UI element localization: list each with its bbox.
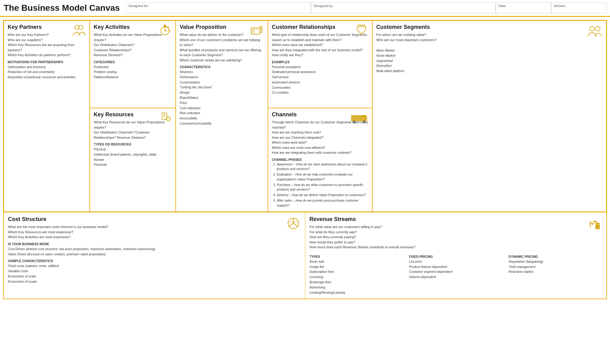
svg-point-10 bbox=[596, 26, 600, 31]
svg-point-19 bbox=[363, 121, 365, 122]
cost-structure-title: Cost Structure bbox=[8, 216, 301, 223]
key-activities-cell: Key Activities What Key Activities do ou… bbox=[90, 21, 176, 108]
key-resources-types-label: TYPES OD RESOURCES bbox=[94, 142, 172, 146]
customer-relationships-examples-label: EXAMPLES bbox=[272, 60, 368, 64]
svg-marker-15 bbox=[362, 115, 367, 117]
designed-by-input[interactable] bbox=[314, 8, 493, 12]
key-partners-motivations-label: MOTIVATIONS FOR PARTNERSHIPS bbox=[8, 60, 86, 64]
header: The Business Model Canvas Designed for: … bbox=[0, 0, 610, 17]
version-label: Version: bbox=[554, 4, 604, 8]
cost-structure-icon bbox=[286, 216, 301, 232]
canvas-bottom: Cost Structure What are the most importa… bbox=[4, 212, 606, 299]
value-proposition-icon bbox=[250, 23, 264, 39]
designed-for-field[interactable]: Designed for: bbox=[126, 2, 311, 14]
value-proposition-characteristics-label: CHARACTERISTICS bbox=[180, 65, 264, 69]
customer-segments-list: Mass Market Niche Market Segmented Diver… bbox=[376, 48, 602, 74]
key-activities-icon bbox=[158, 23, 172, 39]
page-title: The Business Model Canvas bbox=[4, 3, 120, 13]
customer-relationships-examples: Personal assistance Dedicated personal a… bbox=[272, 64, 368, 95]
key-resources-types: Physical Intellectual (brand patents, co… bbox=[94, 147, 172, 167]
revenue-streams-title: Revenue Streams bbox=[310, 216, 602, 223]
channel-phase-5: After sales – How do we provide post-pur… bbox=[277, 198, 368, 208]
key-activities-categories: Production Problem solving Platform/Netw… bbox=[94, 64, 172, 80]
revenue-pricing-columns: TYPES Asset sale Usage fee Subscription … bbox=[310, 252, 602, 295]
customer-segments-icon bbox=[586, 23, 603, 39]
customer-relationships-title: Customer Relationships bbox=[272, 24, 368, 30]
customer-segments-title: Customer Segments bbox=[376, 24, 602, 30]
header-fields: Designed for: Designed by: Date: Version… bbox=[126, 2, 606, 14]
value-proposition-cell: Value Proposition What value do we deliv… bbox=[176, 21, 268, 212]
svg-point-25 bbox=[595, 223, 600, 225]
customer-relationships-cell: Customer Relationships What type of rela… bbox=[268, 21, 372, 108]
revenue-fixed-col: FIXED PRICING List price Product feature… bbox=[409, 252, 502, 295]
revenue-types: Asset sale Usage fee Subscription fees L… bbox=[310, 259, 403, 295]
customer-relationships-questions: What type of relationship does each of o… bbox=[272, 32, 368, 58]
revenue-dynamic-col: DYNAMIC PRICING Negotiation (bargaining)… bbox=[509, 252, 602, 295]
channel-phase-4: Delivery – How do we deliver Value Propo… bbox=[277, 193, 368, 198]
channels-cell: Channels Through which Channels do our C… bbox=[268, 108, 372, 212]
version-input[interactable] bbox=[554, 8, 604, 12]
customer-relationships-icon bbox=[354, 23, 369, 39]
key-partners-cell: Key Partners Who are our Key Partners? W… bbox=[4, 21, 90, 212]
canvas-wrapper: Key Partners Who are our Key Partners? W… bbox=[0, 17, 610, 302]
channels-phases-list: Awareness – How do we raise awareness ab… bbox=[272, 162, 368, 208]
cost-structure-sample-label: SAMPLE CHARACTERISTICS bbox=[8, 259, 301, 263]
channels-icon bbox=[350, 111, 369, 126]
key-resources-cell: Key Resources What Key Resources do our … bbox=[90, 108, 176, 212]
channels-phases-label: CHANNEL PHASES bbox=[272, 158, 368, 161]
designed-for-label: Designed for: bbox=[129, 4, 308, 8]
channel-phase-3: Purchase – How do we allow customers to … bbox=[277, 183, 368, 192]
svg-point-17 bbox=[354, 121, 355, 122]
cost-structure-sample: Fixed costs (salaries, rents, utilities)… bbox=[8, 263, 301, 284]
svg-point-1 bbox=[79, 25, 83, 29]
revenue-fixed-label: FIXED PRICING bbox=[409, 255, 502, 258]
revenue-streams-questions: For what value are our customers willing… bbox=[310, 224, 602, 250]
page: The Business Model Canvas Designed for: … bbox=[0, 0, 610, 364]
customer-segments-cell: Customer Segments For whom are we creati… bbox=[372, 21, 606, 212]
svg-point-4 bbox=[164, 30, 166, 31]
designed-for-input[interactable] bbox=[129, 8, 308, 12]
date-input[interactable] bbox=[499, 8, 548, 12]
channel-phase-1: Awareness – How do we raise awareness ab… bbox=[277, 162, 368, 172]
svg-rect-14 bbox=[362, 117, 367, 121]
cost-structure-business: Cost Driven (leanest cost structure, low… bbox=[8, 246, 301, 257]
svg-rect-13 bbox=[351, 115, 362, 121]
revenue-types-label: TYPES bbox=[310, 255, 403, 258]
key-resources-icon bbox=[159, 111, 172, 126]
key-partners-motivations: Optimization and economy Reduction of ri… bbox=[8, 64, 86, 80]
svg-point-0 bbox=[75, 25, 79, 29]
date-label: Date: bbox=[499, 4, 548, 8]
revenue-fixed: List price Product feature dependent Cus… bbox=[409, 259, 502, 280]
revenue-streams-icon bbox=[587, 216, 602, 232]
cost-structure-questions: What are the most important costs inhere… bbox=[8, 224, 301, 240]
designed-by-field[interactable]: Designed by: bbox=[311, 2, 496, 14]
cost-structure-business-label: IS YOUR BUSINESS MORE bbox=[8, 242, 301, 246]
date-field[interactable]: Date: bbox=[496, 2, 551, 14]
key-activities-categories-label: CATEGORIES bbox=[94, 60, 172, 64]
value-proposition-characteristics: Newness Performance Customization "Getti… bbox=[180, 69, 264, 126]
svg-rect-6 bbox=[252, 30, 255, 33]
cost-structure-cell: Cost Structure What are the most importa… bbox=[4, 212, 305, 299]
revenue-types-col: TYPES Asset sale Usage fee Subscription … bbox=[310, 252, 403, 295]
channel-phase-2: Evaluation – How do we help customers ev… bbox=[277, 172, 368, 182]
customer-segments-questions: For whom are we creating value? Who are … bbox=[376, 32, 602, 42]
designed-by-label: Designed by: bbox=[314, 4, 493, 8]
svg-point-9 bbox=[590, 26, 594, 31]
revenue-dynamic-label: DYNAMIC PRICING bbox=[509, 255, 602, 258]
version-field[interactable]: Version: bbox=[551, 2, 606, 14]
canvas-top: Key Partners Who are our Key Partners? W… bbox=[4, 21, 606, 212]
revenue-dynamic: Negotiation (bargaining) Yield managemen… bbox=[509, 259, 602, 274]
key-partners-icon bbox=[72, 23, 86, 39]
canvas-outer: Key Partners Who are our Key Partners? W… bbox=[3, 20, 607, 299]
revenue-streams-cell: Revenue Streams For what value are our c… bbox=[305, 212, 607, 299]
